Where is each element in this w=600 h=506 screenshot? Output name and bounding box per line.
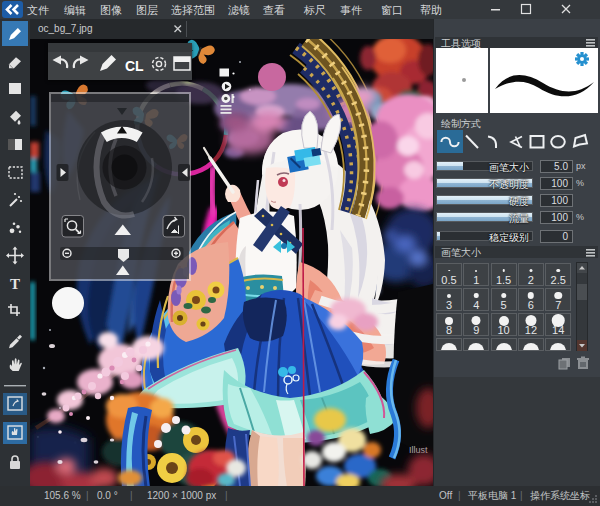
- svg-text:Illust: Illust: [409, 445, 428, 455]
- svg-text:CL: CL: [125, 58, 144, 74]
- svg-text:T: T: [10, 276, 20, 292]
